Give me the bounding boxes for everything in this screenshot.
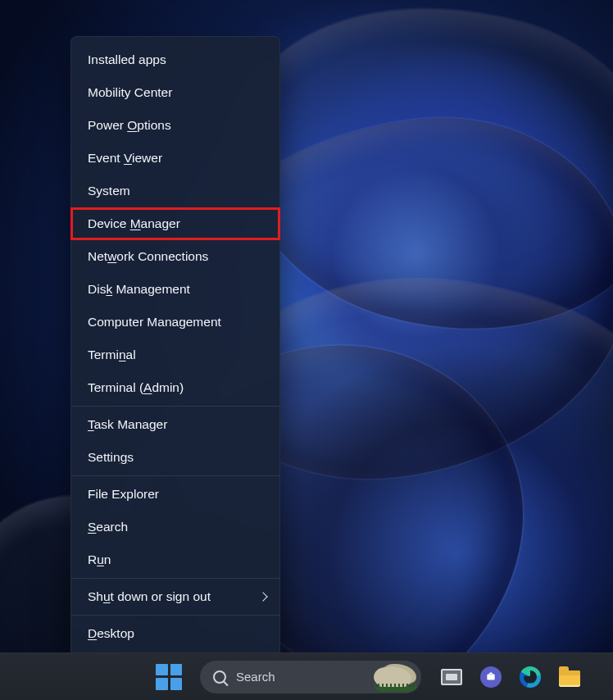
menu-item-label: Event Viewer <box>88 151 162 166</box>
menu-item-label: Task Manager <box>88 417 167 432</box>
taskbar: Search <box>0 652 613 700</box>
menu-item-label: File Explorer <box>88 487 159 502</box>
terminal-admin-item[interactable]: Terminal (Admin) <box>71 371 279 404</box>
chat-button[interactable] <box>479 665 503 689</box>
menu-item-label: Desktop <box>88 626 134 641</box>
edge-icon <box>520 666 541 688</box>
run-item[interactable]: Run <box>71 543 279 576</box>
search-placeholder: Search <box>236 670 275 684</box>
task-view-icon <box>441 669 462 685</box>
menu-item-label: Settings <box>88 450 134 465</box>
terminal-item[interactable]: Terminal <box>71 339 279 371</box>
mobility-center-item[interactable]: Mobility Center <box>71 76 279 109</box>
menu-item-label: Installed apps <box>88 52 166 67</box>
task-manager-item[interactable]: Task Manager <box>71 408 279 441</box>
chevron-right-icon <box>258 592 267 601</box>
device-manager-item[interactable]: Device Manager <box>71 207 279 240</box>
search-icon <box>213 670 226 684</box>
chat-icon <box>480 666 502 688</box>
menu-item-label: Terminal <box>88 348 136 362</box>
start-button[interactable] <box>156 664 182 690</box>
menu-item-label: Run <box>88 552 111 567</box>
file-explorer-button[interactable] <box>557 665 582 689</box>
edge-button[interactable] <box>518 665 543 689</box>
search-item[interactable]: Search <box>71 511 279 543</box>
menu-item-label: Network Connections <box>88 249 208 264</box>
winx-context-menu: Installed appsMobility CenterPower Optio… <box>70 36 280 657</box>
task-view-button[interactable] <box>439 665 464 689</box>
taskbar-search[interactable]: Search <box>200 661 421 693</box>
folder-icon <box>559 670 580 687</box>
menu-item-label: Shut down or sign out <box>88 589 211 604</box>
menu-item-label: Disk Management <box>88 282 190 297</box>
computer-management-item[interactable]: Computer Management <box>71 306 279 339</box>
svg-rect-0 <box>487 674 494 680</box>
desktop-item[interactable]: Desktop <box>71 617 279 650</box>
settings-item[interactable]: Settings <box>71 441 279 474</box>
disk-management-item[interactable]: Disk Management <box>71 273 279 306</box>
menu-item-label: Mobility Center <box>88 85 172 100</box>
file-explorer-item[interactable]: File Explorer <box>71 478 279 511</box>
menu-item-label: Device Manager <box>88 216 180 231</box>
shut-down-item[interactable]: Shut down or sign out <box>71 580 279 613</box>
menu-item-label: Power Options <box>88 118 171 133</box>
menu-item-label: Terminal (Admin) <box>88 380 184 395</box>
search-illustration-base <box>374 684 418 692</box>
network-connections-item[interactable]: Network Connections <box>71 240 279 273</box>
menu-item-label: Search <box>88 520 128 534</box>
system-item[interactable]: System <box>71 175 279 207</box>
menu-item-label: System <box>88 184 130 198</box>
taskbar-pinned-apps <box>439 665 582 689</box>
menu-item-label: Computer Management <box>88 315 221 330</box>
installed-apps-item[interactable]: Installed apps <box>71 43 279 76</box>
event-viewer-item[interactable]: Event Viewer <box>71 142 279 175</box>
power-options-item[interactable]: Power Options <box>71 109 279 142</box>
